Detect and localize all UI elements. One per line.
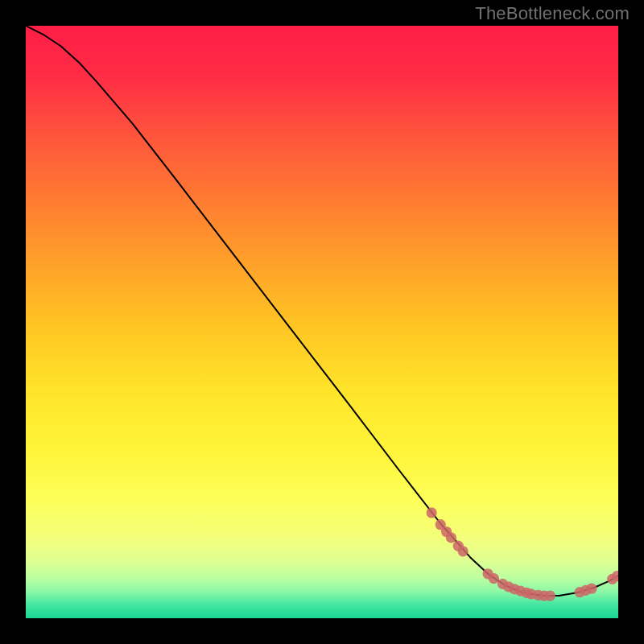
data-marker [489,573,499,584]
watermark-text: TheBottleneck.com [475,3,630,24]
chart-frame: TheBottleneck.com [0,0,644,644]
data-marker [458,546,469,556]
data-marker [446,532,456,543]
data-markers-group [427,507,618,601]
bottleneck-curve [26,26,618,596]
data-marker [586,584,597,594]
data-marker [545,590,555,601]
plot-area [26,26,618,618]
data-marker [427,507,437,518]
chart-svg [26,26,618,618]
